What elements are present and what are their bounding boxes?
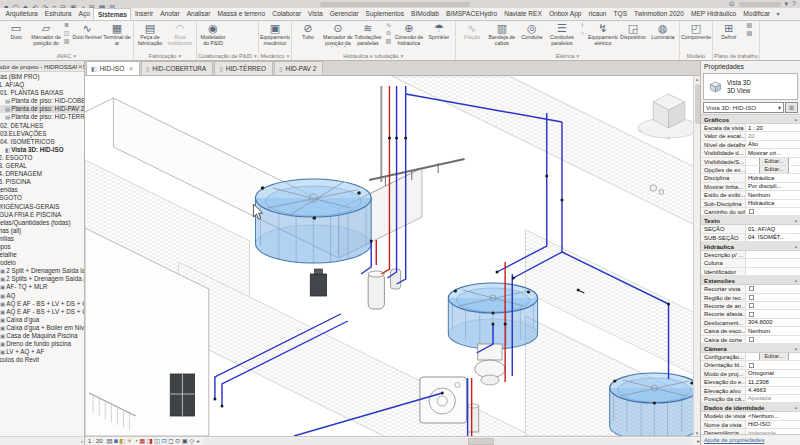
property-value-opcoes-de-ex[interactable]: Editar...	[746, 166, 800, 173]
ribbon-button-conexao-de-hidraulica[interactable]: ⊕Conexão de hidráulica	[394, 21, 424, 47]
ribbon-button-sprinkler[interactable]: ☂Sprinkler	[424, 21, 454, 47]
ribbon-tab-estrutura[interactable]: Estrutura	[41, 8, 75, 20]
properties-section-graficos[interactable]: Gráficos▴	[701, 115, 800, 124]
type-selector[interactable]: Vista 3D 3D View	[703, 73, 798, 100]
property-value-modo-de-proj[interactable]: Ortogonal	[746, 370, 800, 377]
ribbon-button-marcador-de-posicao-da-tubulacao[interactable]: ⊙Marcador de posição da tubulação	[323, 21, 353, 47]
ribbon-small-button[interactable]: ∿	[383, 22, 394, 30]
property-value-elevacao-alvo[interactable]: 4.4663	[746, 387, 800, 394]
ribbon-tab-tqs[interactable]: TQS	[610, 8, 631, 20]
view-tab-hid-cobertura[interactable]: ▯HID-COBERTURA	[141, 61, 213, 75]
ribbon-button-conduite[interactable]: ◎Conduíte	[517, 21, 547, 47]
drawing-canvas[interactable]: ▴ ▾	[85, 76, 700, 436]
ribbon-button-modelador-do-p-id[interactable]: ◉Modelador do P&ID	[198, 21, 228, 47]
ribbon-tab-bimspacehydro[interactable]: BIMSPACEHydro	[442, 8, 500, 20]
tree-item-vinculos-do-revit[interactable]: Vínculos do Revit	[0, 356, 84, 364]
ribbon-small-button[interactable]: ⊜	[383, 30, 394, 38]
properties-section-extensoes[interactable]: Extensões▴	[701, 276, 800, 285]
properties-help-link[interactable]: Ajuda de propriedades	[701, 434, 800, 445]
ribbon-button-peca-de-fabricacao[interactable]: ▤Peça de fabricação	[135, 21, 165, 47]
chevron-down-icon[interactable]: ▾	[401, 52, 404, 60]
ribbon-tab-anotar[interactable]: Anotar	[157, 8, 183, 20]
3d-view-drawing[interactable]	[85, 76, 700, 436]
qat-icon[interactable]: ▦	[99, 4, 106, 8]
tree-item-esgoto[interactable]: ESGOTO	[0, 194, 84, 202]
tree-item-modelo[interactable]: Modelo	[0, 259, 84, 267]
tree-item-aq-e-af-bs-lv-ds-ch[interactable]: ▣AQ E AF - BS + LV + DS + CH	[0, 300, 84, 308]
ribbon-tab-modificar[interactable]: Modificar	[740, 8, 774, 20]
section-collapse-icon[interactable]: ▴	[794, 403, 797, 411]
property-value-modelo-de-vista[interactable]: <Nenhum...	[746, 412, 800, 419]
ribbon-button-bandeja-de-cabos[interactable]: ▥Bandeja de cabos	[487, 21, 517, 47]
tree-item-01-plantas-baixas[interactable]: 01. PLANTAS BAIXAS	[0, 89, 84, 97]
ribbon-button-tubo[interactable]: ⊘Tubo	[293, 21, 323, 47]
tree-item-04-drenagem[interactable]: 04. DRENAGEM	[0, 170, 84, 178]
ribbon-button-dispositivo[interactable]: ◲Dispositivo	[618, 21, 648, 47]
ribbon-button-conduites-paralelos[interactable]: ☰Conduítes paralelos	[547, 21, 577, 47]
property-value-caixa-de-corte[interactable]	[746, 336, 800, 343]
tree-item-02-esgoto[interactable]: 02. ESGOTO	[0, 154, 84, 162]
view-scale[interactable]: 1 : 20	[88, 438, 103, 444]
checkbox[interactable]	[749, 286, 754, 291]
ribbon-tab-ricaun[interactable]: ricaun	[585, 8, 610, 20]
edit-button[interactable]: Editar...	[759, 353, 790, 360]
property-value-disciplina[interactable]: Hidráulica	[746, 174, 800, 181]
checkbox[interactable]	[749, 363, 754, 368]
section-collapse-icon[interactable]: ▴	[794, 242, 797, 250]
tree-item-vistas-bim-pro[interactable]: Vistas (BIM PRO)	[0, 73, 84, 81]
edit-button[interactable]: Editar...	[759, 158, 790, 165]
property-value-sub-secao[interactable]: 04. ISOMÉT...	[746, 234, 800, 241]
water-tank-3[interactable]	[610, 373, 699, 436]
tree-item-vista-3d-hid-iso[interactable]: ◧Vista 3D: HID-ISO	[0, 146, 84, 154]
ribbon-tab-colaborar[interactable]: Colaborar	[269, 8, 305, 20]
qat-icon[interactable]: ⊠	[109, 4, 115, 8]
ribbon-tab-sistemas[interactable]: Sistemas	[93, 8, 131, 20]
property-value-valor-de-escal[interactable]: 20	[746, 132, 800, 139]
ribbon-button-equipamento-mecanico[interactable]: ▣Equipamento mecânico	[260, 21, 290, 47]
ribbon-button-luminaria[interactable]: ◍Luminária	[648, 21, 678, 47]
property-value-configuracao[interactable]: Editar...	[746, 353, 800, 360]
property-value-recorte-de-an[interactable]	[746, 302, 800, 309]
qat-icon[interactable]: ▢	[12, 4, 19, 8]
tree-item-lv-aq-af[interactable]: ▣LV + AQ + AF	[0, 348, 84, 356]
ribbon-tab-bimodlab[interactable]: BIModlab	[408, 8, 443, 20]
chevron-down-icon[interactable]: ▾	[576, 52, 579, 60]
ribbon-tab-suplementos[interactable]: Suplementos	[362, 8, 408, 20]
qat-icon[interactable]: ◔	[81, 4, 85, 8]
qat-icon[interactable]: ◆	[23, 4, 28, 8]
search-icon[interactable]: ⊙	[729, 0, 735, 8]
canvas-vertical-scrollbar[interactable]: ▴ ▾	[693, 76, 700, 436]
ribbon-button-tubulacoes-paralelas[interactable]: ≋Tubulações paralelas	[353, 21, 383, 47]
qat-icon[interactable]: ⊟	[60, 4, 66, 8]
checkbox[interactable]	[749, 209, 754, 214]
property-value-secao[interactable]: 01. AF/AQ	[746, 225, 800, 232]
ribbon-button-equipamento-eletrico[interactable]: ↯Equipamento elétrico	[588, 21, 618, 47]
tree-item-planta-de-piso-hid-pav-2[interactable]: ▤Planta de piso: HID-PAV 2	[0, 105, 84, 113]
property-value-nivel-de-detalhe[interactable]: Alto	[746, 141, 800, 148]
tree-item-2-split-drenagem-saida-lado-direit[interactable]: ▣2 Split + Drenagem Saída lado Direit	[0, 267, 84, 275]
tree-item-aq[interactable]: ▣AQ	[0, 292, 84, 300]
tree-item-legendas[interactable]: Legendas	[0, 186, 84, 194]
qat-icon[interactable]: ■	[4, 4, 8, 8]
view-control-icon[interactable]: ☀	[127, 437, 133, 445]
property-value-recortar-vista[interactable]	[746, 285, 800, 292]
qat-icon[interactable]: ↷	[42, 4, 48, 8]
edit-type-button[interactable]: ⊞	[785, 102, 798, 113]
ribbon-tab-naviate-rex[interactable]: Naviate REX	[501, 8, 546, 20]
user-account-name[interactable]	[739, 2, 781, 7]
tree-item-detalhe[interactable]: Detalhe	[0, 251, 84, 259]
scrollbar-thumb[interactable]	[468, 438, 494, 445]
chevron-down-icon[interactable]: ▾	[286, 52, 289, 60]
view-control-icon[interactable]: ◇	[189, 437, 194, 445]
properties-section-hidraulica[interactable]: Hidráulica▴	[701, 242, 800, 251]
property-value-coluna[interactable]	[746, 259, 800, 266]
type-selector-dropdown[interactable]: Vista 3D: HID-ISO ▾	[703, 102, 784, 113]
ribbon-tab-analisar[interactable]: Analisar	[183, 8, 214, 20]
property-value-posicao-da-ca[interactable]: Ajustada	[746, 395, 800, 402]
ribbon-tab-massa-e-terreno[interactable]: Massa e terreno	[214, 8, 269, 20]
boiler[interactable]	[368, 273, 384, 309]
chevron-down-icon[interactable]: ▾	[785, 0, 789, 8]
tree-item-agua-fria-e-piscina[interactable]: ÁGUA FRIA E PISCINA	[0, 211, 84, 219]
tree-item-af-tq-mlr[interactable]: ▣AF- TQ + MLR	[0, 283, 84, 291]
view-control-icon[interactable]: ◔	[134, 437, 138, 445]
